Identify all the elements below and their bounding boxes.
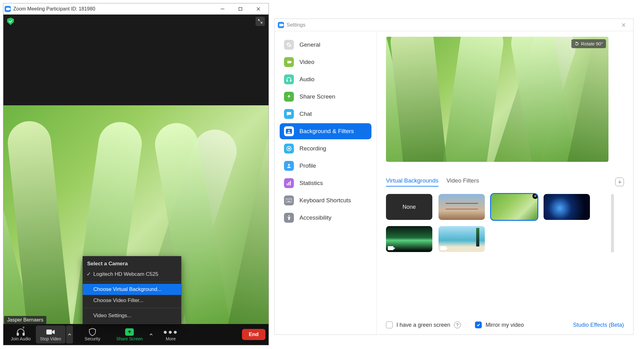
end-meeting-button[interactable]: End — [242, 329, 265, 340]
settings-titlebar: Settings — [275, 19, 633, 31]
bg-thumb-earth[interactable] — [544, 194, 590, 220]
nav-statistics[interactable]: Statistics — [280, 175, 371, 191]
rotate-90-label: Rotate 90° — [581, 41, 603, 46]
nav-recording[interactable]: Recording — [280, 141, 371, 157]
nav-video-label: Video — [299, 59, 314, 65]
svg-rect-18 — [290, 181, 291, 185]
video-camera-icon — [46, 328, 55, 336]
svg-rect-20 — [287, 199, 287, 200]
share-options-caret[interactable] — [148, 326, 155, 343]
share-screen-button[interactable]: Share Screen — [112, 326, 147, 343]
rotate-90-button[interactable]: Rotate 90° — [571, 39, 606, 48]
bg-thumb-beach[interactable] — [439, 226, 485, 252]
choose-virtual-background[interactable]: Choose Virtual Background... — [83, 284, 181, 295]
svg-point-25 — [288, 215, 290, 217]
nav-background-filters[interactable]: Background & Filters — [280, 123, 371, 139]
meeting-title-text: Zoom Meeting Participant ID: 181980 — [13, 6, 95, 12]
stop-video-label: Stop Video — [40, 336, 61, 341]
green-screen-checkbox[interactable] — [386, 322, 393, 328]
security-shield-icon — [88, 328, 96, 336]
join-audio-label: Join Audio — [11, 336, 31, 341]
nav-profile-label: Profile — [299, 162, 316, 169]
background-icon — [284, 126, 294, 136]
tab-video-filters[interactable]: Video Filters — [447, 177, 479, 187]
mirror-video-checkbox[interactable] — [475, 322, 482, 328]
nav-chat[interactable]: Chat — [280, 106, 371, 122]
stop-video-button[interactable]: Stop Video — [36, 326, 66, 343]
svg-rect-17 — [288, 182, 289, 185]
nav-share-label: Share Screen — [299, 93, 335, 100]
remove-background-icon[interactable]: ✕ — [532, 194, 537, 199]
nav-accessibility[interactable]: Accessibility — [280, 210, 371, 226]
headphones-icon — [284, 74, 294, 84]
thumbnail-scrollbar[interactable] — [611, 194, 614, 253]
svg-rect-9 — [287, 80, 288, 82]
svg-point-14 — [288, 148, 290, 149]
stats-icon — [284, 178, 294, 188]
keyboard-icon — [284, 196, 294, 205]
settings-title: Settings — [286, 22, 305, 28]
mirror-video-label: Mirror my video — [485, 322, 524, 328]
svg-rect-22 — [289, 199, 290, 200]
choose-video-filter[interactable]: Choose Video Filter... — [83, 295, 181, 306]
settings-sidebar: General Video Audio Share Screen — [275, 31, 377, 334]
svg-rect-5 — [23, 333, 24, 335]
video-options-caret[interactable] — [66, 326, 73, 343]
nav-audio[interactable]: Audio — [280, 71, 371, 87]
video-bg-icon — [440, 246, 446, 250]
enter-fullscreen-button[interactable] — [256, 17, 265, 26]
zoom-meeting-window: Zoom Meeting Participant ID: 181980 Jasp… — [3, 3, 269, 345]
svg-rect-4 — [17, 333, 19, 335]
camera-menu-header: Select a Camera — [83, 259, 181, 269]
minimize-button[interactable] — [214, 3, 231, 15]
svg-rect-19 — [286, 198, 292, 203]
rotate-icon — [574, 41, 579, 46]
settings-close-button[interactable] — [617, 19, 630, 31]
nav-profile[interactable]: Profile — [280, 158, 371, 174]
zoom-app-icon — [278, 22, 284, 28]
meeting-titlebar: Zoom Meeting Participant ID: 181980 — [3, 3, 269, 15]
video-preview: Rotate 90° — [386, 37, 608, 162]
nav-keyboard-shortcuts[interactable]: Keyboard Shortcuts — [280, 192, 371, 208]
background-thumbnails: None ✕ — [386, 194, 604, 252]
nav-general[interactable]: General — [280, 37, 371, 53]
add-background-button[interactable]: ＋ — [615, 178, 624, 186]
svg-rect-6 — [46, 330, 52, 334]
profile-icon — [284, 161, 294, 171]
nav-chat-label: Chat — [299, 111, 312, 117]
camera-option-logitech[interactable]: Logitech HD Webcam C525 — [83, 269, 181, 280]
join-audio-button[interactable]: Join Audio — [6, 326, 35, 343]
bg-thumb-bridge[interactable] — [439, 194, 485, 220]
headphones-icon — [16, 328, 25, 336]
nav-keyboard-label: Keyboard Shortcuts — [299, 197, 351, 204]
more-button[interactable]: ●●● More — [159, 326, 183, 343]
green-screen-help-icon[interactable]: ? — [454, 322, 461, 328]
nav-video[interactable]: Video — [280, 54, 371, 70]
studio-effects-link[interactable]: Studio Effects (Beta) — [573, 322, 624, 328]
svg-point-12 — [288, 130, 290, 131]
bg-thumb-grass[interactable]: ✕ — [491, 194, 537, 220]
maximize-button[interactable] — [231, 3, 249, 15]
bg-thumb-aurora[interactable] — [386, 226, 432, 252]
nav-general-label: General — [299, 41, 320, 48]
security-label: Security — [85, 336, 100, 341]
accessibility-icon — [284, 213, 294, 223]
tab-virtual-backgrounds[interactable]: Virtual Backgrounds — [386, 177, 439, 187]
encryption-shield-icon[interactable] — [7, 18, 14, 25]
nav-bg-label: Background & Filters — [299, 128, 354, 135]
security-button[interactable]: Security — [80, 326, 105, 343]
gear-icon — [284, 40, 294, 50]
bg-thumb-none[interactable]: None — [386, 194, 432, 220]
zoom-settings-window: Settings General Video Audio — [274, 19, 633, 335]
more-label: More — [166, 336, 176, 341]
close-button[interactable] — [249, 3, 267, 15]
nav-share-screen[interactable]: Share Screen — [280, 89, 371, 105]
nav-stats-label: Statistics — [299, 180, 323, 187]
svg-rect-23 — [290, 199, 291, 200]
share-screen-label: Share Screen — [116, 336, 143, 341]
video-bg-icon — [388, 246, 393, 250]
settings-content: Rotate 90° Virtual Backgrounds Video Fil… — [377, 31, 633, 334]
participant-name-tag: Jasper Bernaers — [4, 316, 46, 324]
chat-icon — [284, 109, 294, 119]
video-settings[interactable]: Video Settings... — [83, 310, 181, 321]
